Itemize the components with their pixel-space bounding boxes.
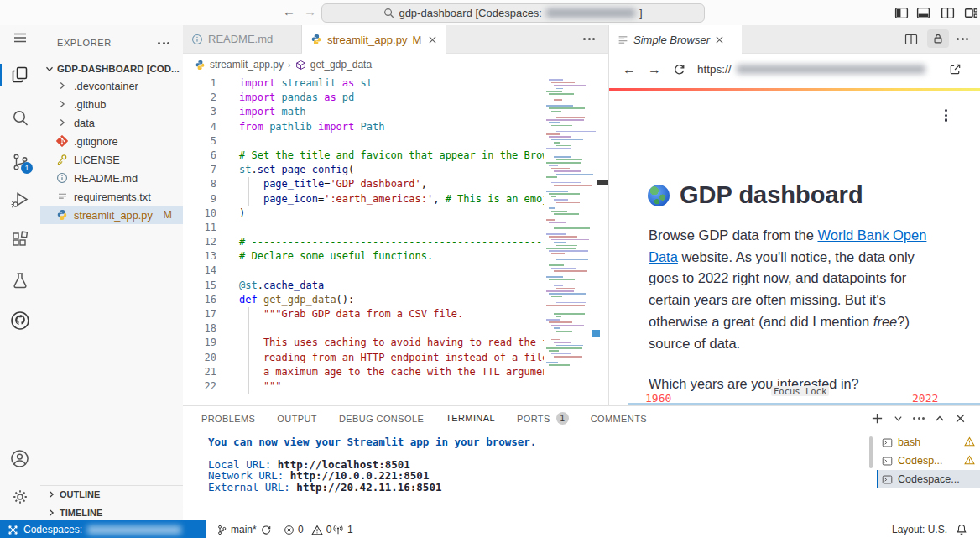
minimap-line <box>546 91 562 92</box>
lock-toggle[interactable] <box>927 29 949 48</box>
minimap-line <box>554 342 571 343</box>
code-line: 2import pandas as pd <box>183 91 544 105</box>
terminal-instance-codespace-[interactable]: Codespace... <box>877 470 980 488</box>
panel-tab-ports[interactable]: PORTS1 <box>517 406 569 431</box>
timeline-section[interactable]: TIMELINE <box>40 504 183 521</box>
explorer-item--github[interactable]: .github <box>40 95 183 113</box>
terminal-instance-codesp-[interactable]: Codesp... <box>877 452 980 470</box>
terminal-line: Network URL: http://10.0.0.221:8501 <box>208 470 536 481</box>
scrollbar-thumb[interactable] <box>597 180 608 185</box>
explorer-icon[interactable] <box>0 64 39 86</box>
streamlit-menu-icon[interactable] <box>945 109 947 122</box>
testing-beaker-icon[interactable] <box>0 269 39 291</box>
line-number: 12 <box>183 235 216 249</box>
command-center-search[interactable]: gdp-dashboard [Codespaces: ] <box>321 3 705 23</box>
editor-scrollbar[interactable] <box>597 76 608 404</box>
minimap-line <box>549 250 588 252</box>
source-control-icon[interactable]: 1 <box>0 151 39 173</box>
panel-tab-debug-console[interactable]: DEBUG CONSOLE <box>339 406 424 431</box>
browser-toolbar: ← → https:// <box>609 54 980 85</box>
explorer-title: EXPLORER <box>57 38 112 48</box>
terminal-instance-bash[interactable]: bash <box>877 433 980 452</box>
editor-more-actions-icon[interactable] <box>583 38 595 40</box>
ports-status[interactable]: 1 <box>332 520 353 538</box>
run-debug-icon[interactable] <box>0 189 39 211</box>
toggle-panel-icon[interactable] <box>916 6 930 20</box>
search-view-icon[interactable] <box>0 107 39 129</box>
explorer-item--gitignore[interactable]: .gitignore <box>40 132 183 150</box>
tab-simple-browser[interactable]: Simple Browser <box>609 25 742 54</box>
breadcrumb-file[interactable]: streamlit_app.py <box>210 59 284 71</box>
file-label: .gitignore <box>74 135 118 148</box>
menu-hamburger-icon[interactable] <box>0 27 39 49</box>
settings-gear-icon[interactable] <box>0 486 39 508</box>
panel-tab-output[interactable]: OUTPUT <box>277 406 317 431</box>
reload-icon[interactable] <box>673 63 685 76</box>
extensions-icon[interactable] <box>0 228 39 250</box>
explorer-root-folder[interactable]: GDP-DASHBOARD [COD... <box>40 60 183 78</box>
code-text: # Declare some useful functions. <box>239 249 433 264</box>
panel-tab-comments[interactable]: COMMENTS <box>591 406 647 431</box>
line-number: 2 <box>183 91 216 105</box>
browser-back-icon[interactable]: ← <box>623 62 636 77</box>
history-back-icon[interactable]: ← <box>283 4 295 19</box>
line-number: 17 <box>183 307 216 321</box>
branch-status[interactable]: main* <box>216 520 272 538</box>
explorer-item-license[interactable]: LICENSE <box>40 150 183 169</box>
minimap-line <box>546 362 558 363</box>
browser-forward-icon[interactable]: → <box>648 62 661 77</box>
terminal-output[interactable]: You can now view your Streamlit app in y… <box>208 436 536 493</box>
outline-section[interactable]: OUTLINE <box>40 485 183 503</box>
split-editor-icon[interactable] <box>904 33 918 46</box>
breadcrumb-symbol[interactable]: get_gdp_data <box>310 59 372 71</box>
terminal-scrollbar-thumb[interactable] <box>869 436 873 468</box>
intro-paragraph: Browse GDP data from the World Bank Open… <box>649 225 930 354</box>
toggle-sidebar-icon[interactable] <box>894 6 909 20</box>
split-editor-layout-icon[interactable] <box>941 6 955 20</box>
notifications-bell-icon[interactable] <box>956 524 967 535</box>
minimap[interactable] <box>544 76 597 379</box>
code-editor[interactable]: 1import streamlit as st2import pandas as… <box>183 76 544 394</box>
minimap-line <box>556 174 593 175</box>
new-terminal-icon[interactable] <box>871 412 884 425</box>
chevron-right-icon <box>55 79 69 92</box>
open-external-icon[interactable] <box>949 63 962 76</box>
layout-status[interactable]: Layout: U.S. <box>892 520 947 538</box>
maximize-panel-icon[interactable] <box>935 414 945 424</box>
minimap-line <box>556 117 585 118</box>
explorer-item-streamlit-app-py[interactable]: streamlit_app.pyM <box>40 206 183 224</box>
terminal-dropdown-icon[interactable] <box>894 414 903 423</box>
account-icon[interactable] <box>0 447 39 469</box>
close-panel-icon[interactable] <box>955 413 966 424</box>
close-icon[interactable] <box>428 35 437 44</box>
error-icon <box>284 525 295 535</box>
sync-icon[interactable] <box>260 524 272 535</box>
panel-more-actions-icon[interactable] <box>913 417 925 420</box>
problems-status[interactable]: 0 0 <box>284 520 331 538</box>
remote-indicator[interactable]: Codespaces: <box>0 520 206 538</box>
url-field[interactable]: https:// <box>697 63 925 76</box>
file-label: .github <box>74 98 106 111</box>
tab-readme[interactable]: README.md <box>183 25 302 53</box>
customize-layout-icon[interactable] <box>964 6 978 20</box>
tab-streamlit-app[interactable]: streamlit_app.py M <box>302 25 446 54</box>
explorer-item--devcontainer[interactable]: .devcontainer <box>40 76 183 95</box>
github-icon[interactable] <box>0 310 39 332</box>
panel-tab-terminal[interactable]: TERMINAL <box>446 406 495 431</box>
explorer-item-data[interactable]: data <box>40 113 183 132</box>
browser-more-actions-icon[interactable] <box>957 38 968 40</box>
explorer-item-readme-md[interactable]: README.md <box>40 169 183 187</box>
panel-tab-label: PORTS <box>517 414 550 424</box>
minimap-line <box>546 290 574 292</box>
explorer-item-requirements-txt[interactable]: requirements.txt <box>40 187 183 206</box>
tab-label: README.md <box>208 33 273 45</box>
chevron-right-icon <box>45 488 57 500</box>
scm-changes-badge: 1 <box>21 162 33 174</box>
close-icon[interactable] <box>715 35 724 44</box>
panel-tab-label: DEBUG CONSOLE <box>339 414 424 424</box>
history-forward-icon[interactable]: → <box>304 4 316 19</box>
year-slider[interactable] <box>628 403 980 405</box>
panel-tab-problems[interactable]: PROBLEMS <box>201 406 255 431</box>
explorer-more-actions-icon[interactable] <box>158 42 169 44</box>
redacted-codespace-name <box>546 8 635 18</box>
